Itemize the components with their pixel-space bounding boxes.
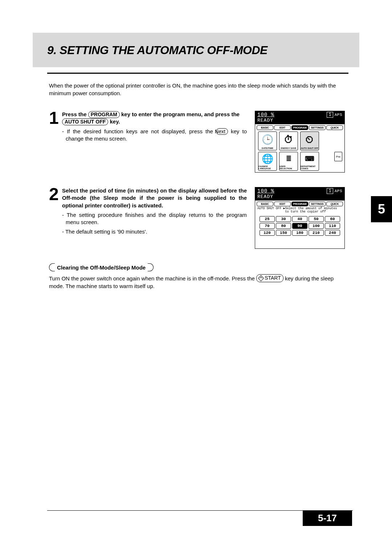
- energy-save-button[interactable]: ⏱ ENERGY SAVE: [279, 131, 298, 150]
- program-key: PROGRAM: [88, 111, 120, 118]
- clearing-title: Clearing the Off-Mode/Sleep Mode: [55, 264, 148, 271]
- program-icon-grid: 🕒 DATE/TIME ⏱ ENERGY SAVE ⏲ AUTO SHUT OF…: [257, 131, 343, 171]
- tab-basic-2[interactable]: BASIC: [257, 202, 273, 206]
- tab-basic[interactable]: BASIC: [257, 125, 273, 130]
- clock-icon: 🕒: [262, 132, 273, 147]
- time-60[interactable]: 60: [325, 216, 340, 222]
- time-180[interactable]: 180: [292, 230, 307, 236]
- date-time-label: DATE/TIME: [262, 147, 273, 149]
- time-70[interactable]: 70: [260, 223, 275, 229]
- time-25[interactable]: 25: [260, 216, 275, 222]
- time-90[interactable]: 90: [292, 223, 307, 229]
- lcd-display-program-menu: 100 % READY 1 APS BASIC EDIT PROGRAM SET…: [255, 111, 345, 173]
- time-100[interactable]: 100: [309, 223, 324, 229]
- page-title: 9. SETTING THE AUTOMATIC OFF-MODE: [47, 44, 268, 57]
- lcd-body: 🕒 DATE/TIME ⏱ ENERGY SAVE ⏲ AUTO SHUT OF…: [255, 130, 344, 172]
- auto-shut-off-label: AUTO SHUT OFF: [301, 147, 319, 149]
- auto-shut-off-key: AUTO SHUT OFF: [62, 118, 108, 125]
- step-1: 1 Press the PROGRAM key to enter the pro…: [49, 111, 341, 176]
- pre-button[interactable]: Pre: [334, 152, 342, 161]
- date-time-button[interactable]: 🕒 DATE/TIME: [258, 131, 277, 150]
- tab-program-2[interactable]: PROGRAM: [291, 202, 308, 206]
- start-label: START: [265, 275, 281, 282]
- lcd-prompt: AUTO SHUT OFF ▶Select the amount of minu…: [255, 206, 344, 215]
- lcd-header: 100 % READY 1 APS: [255, 111, 344, 124]
- tab-quick-2[interactable]: QUICK: [326, 202, 343, 206]
- key-icon: ⌨: [305, 152, 314, 165]
- time-110[interactable]: 110: [325, 223, 340, 229]
- page-number: 5-17: [303, 510, 352, 526]
- s1-b: key to enter the program menu, and press…: [120, 111, 240, 117]
- globe-icon: 🌐: [262, 152, 273, 165]
- step-2-bold: Select the period of time (in minutes) o…: [62, 187, 247, 209]
- lcd-header-2: 100 % READY 1 APS: [255, 187, 344, 200]
- start-key: START: [256, 274, 283, 282]
- time-80[interactable]: 80: [276, 223, 291, 229]
- lcd-tabs: BASIC EDIT PROGRAM SETTINGS QUICK: [255, 124, 344, 130]
- lcd-display-time-select: 100 % READY 1 APS BASIC EDIT PROGRAM SET…: [255, 187, 345, 249]
- chapter-tab: 5: [371, 196, 392, 222]
- step-2-sub1: The setting procedure finishes and the d…: [62, 211, 247, 226]
- zoom-value-2: 100 %: [257, 188, 274, 194]
- time-120[interactable]: 120: [260, 230, 275, 236]
- time-210[interactable]: 210: [309, 230, 324, 236]
- pill-right-cap: [148, 263, 154, 271]
- clearing-heading: Clearing the Off-Mode/Sleep Mode: [49, 263, 341, 271]
- tab-program[interactable]: PROGRAM: [291, 125, 308, 130]
- s1-sub-a: If the desired function keys are not dis…: [67, 128, 216, 134]
- time-40[interactable]: 40: [292, 216, 307, 222]
- s1-a: Press the: [62, 111, 88, 117]
- steps-container: 1 Press the PROGRAM key to enter the pro…: [49, 111, 341, 290]
- start-diamond-icon: [258, 275, 264, 281]
- time-option-grid: 25 30 40 50 60 70 80 90 100 110 120 150 …: [255, 215, 344, 236]
- time-150[interactable]: 150: [276, 230, 291, 236]
- clearing-body: Turn ON the power switch once again when…: [49, 274, 341, 290]
- user-selection-button[interactable]: ≣ USER SELECTION: [279, 152, 298, 171]
- change-language-label: CHANGE LANGUAGE: [258, 165, 277, 170]
- s1-c: key.: [108, 118, 120, 125]
- energy-save-label: ENERGY SAVE: [281, 147, 297, 149]
- time-50[interactable]: 50: [309, 216, 324, 222]
- step-1-sub: If the desired function keys are not dis…: [62, 128, 247, 143]
- next-key: Next: [216, 128, 228, 135]
- power-timer-icon: ⏲: [305, 132, 314, 147]
- lcd-tabs-2: BASIC EDIT PROGRAM SETTINGS QUICK: [255, 200, 344, 206]
- dept-codes-label: DEPARTMENT CODES: [301, 165, 319, 170]
- counter: 1: [327, 112, 333, 118]
- aps-label: APS: [335, 113, 342, 117]
- department-codes-button[interactable]: ⌨ DEPARTMENT CODES: [300, 152, 319, 171]
- tab-edit[interactable]: EDIT: [274, 125, 291, 130]
- auto-shut-off-button[interactable]: ⏲ AUTO SHUT OFF: [300, 131, 319, 150]
- energy-icon: ⏱: [284, 132, 293, 147]
- tab-settings-2[interactable]: SETTINGS: [309, 202, 326, 206]
- change-language-button[interactable]: 🌐 CHANGE LANGUAGE: [258, 152, 277, 171]
- counter-2: 1: [327, 188, 333, 194]
- time-240[interactable]: 240: [325, 230, 340, 236]
- zoom-value: 100 %: [257, 112, 274, 118]
- time-30[interactable]: 30: [276, 216, 291, 222]
- user-selection-label: USER SELECTION: [279, 165, 298, 170]
- list-icon: ≣: [286, 152, 291, 165]
- title-rule: [47, 73, 348, 74]
- step-number-1: 1: [49, 111, 62, 126]
- tab-quick[interactable]: QUICK: [326, 125, 343, 130]
- step-2-sub2: The default setting is '90 minutes'.: [62, 228, 247, 235]
- step-2: 2 Select the period of time (in minutes)…: [49, 187, 341, 252]
- intro-text: When the power of the optional printer c…: [49, 82, 341, 97]
- ready-label: READY: [257, 118, 342, 123]
- step-number-2: 2: [49, 187, 62, 202]
- aps-label-2: APS: [335, 189, 342, 193]
- tab-edit-2[interactable]: EDIT: [274, 202, 291, 206]
- pill-left-cap: [49, 263, 55, 271]
- clearing-a: Turn ON the power switch once again when…: [49, 275, 256, 281]
- tab-settings[interactable]: SETTINGS: [309, 125, 326, 130]
- ready-label-2: READY: [257, 194, 342, 199]
